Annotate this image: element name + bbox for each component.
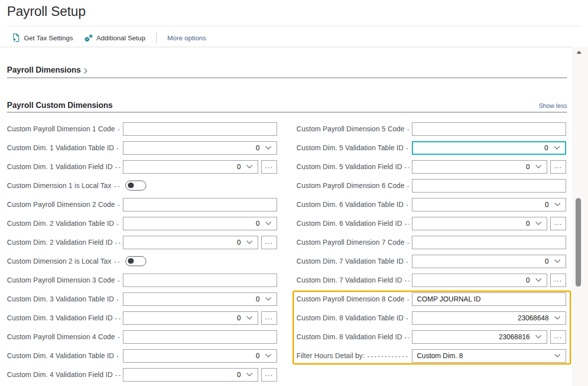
field-row: Custom Dim. 6 Validation Table ID0 [296, 195, 566, 214]
field-row: Custom Dimension 2 is Local Tax [7, 252, 277, 271]
dropdown-input[interactable]: 0 [412, 274, 547, 287]
text-input[interactable] [412, 122, 566, 136]
additional-setup-button[interactable]: Additional Setup [84, 34, 145, 42]
chevron-down-icon[interactable] [554, 259, 561, 263]
chevron-down-icon[interactable] [535, 278, 542, 282]
chevron-down-icon[interactable] [535, 165, 542, 169]
chevron-down-icon[interactable] [554, 354, 561, 358]
toggle-knob [128, 258, 134, 264]
section-header-payroll-dimensions[interactable]: Payroll Dimensions [7, 66, 88, 75]
chevron-down-icon[interactable] [535, 221, 542, 225]
field-label: Custom Dim. 4 Validation Field ID [7, 371, 112, 379]
field-row: Filter Hours Detail by:Custom Dim. 8 [296, 346, 566, 365]
form-column-right: Custom Payroll Dimension 5 CodeCustom Di… [296, 119, 566, 365]
dotted-leader [117, 204, 120, 207]
chevron-down-icon[interactable] [246, 165, 253, 169]
dotted-leader [405, 261, 409, 264]
field-row: Custom Dim. 7 Validation Field ID0... [296, 271, 566, 290]
field-row: Custom Dim. 5 Validation Table ID0 [296, 138, 566, 157]
ellipsis-button[interactable]: ... [550, 274, 566, 287]
text-input[interactable] [123, 330, 277, 344]
section-divider-2 [7, 112, 567, 112]
ellipsis-button[interactable]: ... [550, 330, 566, 344]
text-input[interactable] [123, 198, 277, 211]
show-less-link[interactable]: Show less [7, 102, 567, 109]
chevron-down-icon[interactable] [265, 146, 272, 150]
text-input[interactable] [412, 179, 566, 193]
get-tax-settings-button[interactable]: Get Tax Settings [12, 33, 73, 42]
toggle-knob [128, 183, 134, 189]
dropdown-input[interactable]: 0 [412, 160, 547, 174]
field-row: Custom Dim. 2 Validation Field ID0... [7, 233, 277, 252]
additional-setup-label: Additional Setup [97, 34, 145, 42]
field-row: Custom Payroll Dimension 6 Code [296, 176, 566, 195]
input-value: 0 [544, 144, 548, 152]
field-label: Custom Dim. 3 Validation Table ID [7, 295, 114, 303]
dropdown-input[interactable]: 0 [123, 349, 277, 363]
field-row: Custom Payroll Dimension 7 Code [296, 233, 566, 252]
dotted-leader [116, 355, 120, 358]
dropdown-input[interactable]: 0 [123, 160, 258, 174]
section-title: Payroll Dimensions [7, 66, 81, 75]
dropdown-input[interactable]: 0 [412, 217, 547, 230]
scroll-thumb[interactable] [576, 198, 581, 287]
dropdown-input[interactable]: 0 [123, 368, 258, 382]
text-input[interactable] [123, 122, 277, 136]
dotted-leader [113, 261, 120, 264]
chevron-down-icon[interactable] [246, 316, 253, 320]
more-options-button[interactable]: More options [167, 34, 206, 42]
dropdown-input[interactable]: 0 [123, 141, 277, 155]
chevron-down-icon[interactable] [535, 335, 542, 339]
chevron-down-icon[interactable] [554, 202, 561, 206]
dropdown-input[interactable]: 0 [412, 255, 566, 268]
select-input[interactable]: Custom Dim. 8 [412, 349, 566, 363]
ellipsis-button[interactable]: ... [550, 160, 566, 174]
dotted-leader [117, 336, 120, 339]
ellipsis-button[interactable]: ... [261, 160, 277, 174]
scrollbar[interactable] [572, 47, 588, 386]
input-value: 0 [545, 200, 549, 208]
field-row: Custom Dim. 2 Validation Table ID0 [7, 214, 277, 233]
dropdown-input[interactable]: 23068816 [412, 330, 547, 344]
field-label: Custom Dimension 2 is Local Tax [7, 257, 111, 265]
dotted-leader [116, 298, 120, 301]
input-value: 0 [256, 144, 260, 152]
toggle-off[interactable] [125, 256, 146, 266]
dropdown-input[interactable]: 0 [412, 198, 566, 211]
ellipsis-button[interactable]: ... [261, 236, 277, 249]
input-value: COMP JOURNAL ID [412, 295, 481, 303]
input-value: 0 [526, 276, 530, 284]
text-input[interactable]: COMP JOURNAL ID [412, 292, 566, 306]
dropdown-input[interactable]: 0 [412, 141, 566, 155]
dropdown-input[interactable]: 23068648 [412, 311, 566, 325]
ellipsis-button[interactable]: ... [261, 368, 277, 382]
toggle-off[interactable] [125, 181, 146, 191]
dotted-leader [404, 336, 409, 339]
chevron-down-icon[interactable] [554, 146, 560, 150]
field-label: Custom Dim. 8 Validation Table ID [296, 314, 403, 322]
input-value: 23068648 [518, 314, 549, 322]
chevron-down-icon[interactable] [554, 316, 561, 320]
field-row: Custom Dim. 8 Validation Table ID2306864… [296, 308, 566, 327]
field-label: Custom Dim. 5 Validation Field ID [296, 163, 402, 171]
chevron-down-icon[interactable] [246, 240, 253, 244]
dotted-leader [114, 317, 120, 320]
chevron-down-icon[interactable] [265, 297, 272, 301]
get-tax-settings-label: Get Tax Settings [24, 34, 73, 42]
dropdown-input[interactable]: 0 [123, 311, 258, 325]
field-label: Custom Dim. 4 Validation Table ID [7, 352, 114, 360]
text-input[interactable] [123, 274, 277, 287]
dropdown-input[interactable]: 0 [123, 236, 258, 249]
scroll-up-icon[interactable] [577, 51, 582, 54]
ellipsis-button[interactable]: ... [261, 311, 277, 325]
field-row: Custom Dim. 7 Validation Table ID0 [296, 252, 566, 271]
chevron-down-icon[interactable] [265, 221, 272, 225]
field-label: Custom Payroll Dimension 8 Code [296, 295, 404, 303]
text-input[interactable] [412, 236, 566, 249]
input-value: 0 [237, 314, 241, 322]
dropdown-input[interactable]: 0 [123, 217, 277, 230]
dropdown-input[interactable]: 0 [123, 292, 277, 306]
chevron-down-icon[interactable] [246, 373, 253, 377]
ellipsis-button[interactable]: ... [550, 217, 566, 230]
chevron-down-icon[interactable] [265, 354, 272, 358]
